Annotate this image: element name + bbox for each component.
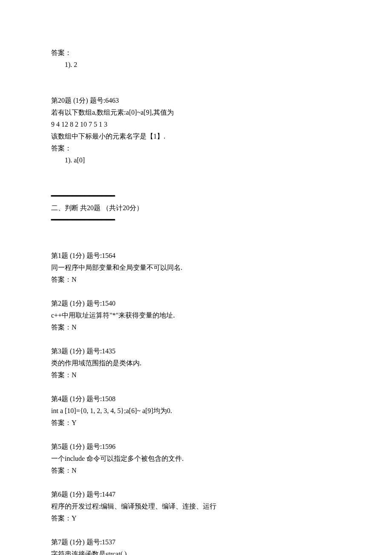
divider-line: ━━━━━━━━━━━━━━━ <box>51 214 341 226</box>
judge-1-block: 第1题 (1分) 题号:1564 同一程序中局部变量和全局变量不可以同名. 答案… <box>51 250 341 286</box>
question-header: 第3题 (1分) 题号:1435 <box>51 345 341 357</box>
answer-line: 答案：Y <box>51 417 341 429</box>
answer-line: 答案：Y <box>51 512 341 524</box>
answer-line: 答案：N <box>51 321 341 333</box>
question-19-answer-block: 答案： 1). 2 <box>51 47 341 71</box>
question-text: 程序的开发过程:编辑、编译预处理、编译、连接、运行 <box>51 500 341 512</box>
judge-3-block: 第3题 (1分) 题号:1435 类的作用域范围指的是类体内. 答案：N <box>51 345 341 381</box>
question-20-block: 第20题 (1分) 题号:6463 若有以下数组a,数组元素:a[0]~a[9]… <box>51 95 341 166</box>
answer-value: 1). a[0] <box>51 154 341 166</box>
question-header: 第4题 (1分) 题号:1508 <box>51 393 341 405</box>
judge-5-block: 第5题 (1分) 题号:1596 一个include 命令可以指定多个被包含的文… <box>51 441 341 477</box>
question-header: 第5题 (1分) 题号:1596 <box>51 441 341 453</box>
question-header: 第6题 (1分) 题号:1447 <box>51 489 341 500</box>
document-page: 答案： 1). 2 第20题 (1分) 题号:6463 若有以下数组a,数组元素… <box>0 0 392 555</box>
answer-label: 答案： <box>51 142 341 154</box>
question-text: 同一程序中局部变量和全局变量不可以同名. <box>51 262 341 274</box>
section-title: 二、判断 共20题 （共计20分） <box>51 202 341 214</box>
judge-2-block: 第2题 (1分) 题号:1540 c++中用取址运算符"*"来获得变量的地址. … <box>51 298 341 333</box>
judge-6-block: 第6题 (1分) 题号:1447 程序的开发过程:编辑、编译预处理、编译、连接、… <box>51 489 341 524</box>
question-header: 第20题 (1分) 题号:6463 <box>51 95 341 107</box>
question-header: 第1题 (1分) 题号:1564 <box>51 250 341 262</box>
question-text: 一个include 命令可以指定多个被包含的文件. <box>51 453 341 465</box>
question-header: 第2题 (1分) 题号:1540 <box>51 298 341 309</box>
answer-line: 答案：N <box>51 369 341 381</box>
judge-4-block: 第4题 (1分) 题号:1508 int a [10]={0, 1, 2, 3,… <box>51 393 341 429</box>
question-text: 字符串连接函数是strcat( ) <box>51 548 341 555</box>
section-2-header: ━━━━━━━━━━━━━━━ 二、判断 共20题 （共计20分） ━━━━━━… <box>51 190 341 226</box>
answer-line: 答案：N <box>51 274 341 286</box>
question-text: int a [10]={0, 1, 2, 3, 4, 5};a[6]~ a[9]… <box>51 405 341 417</box>
answer-value: 1). 2 <box>51 59 341 71</box>
question-text: 类的作用域范围指的是类体内. <box>51 357 341 369</box>
question-line: 该数组中下标最小的元素名字是【1】. <box>51 130 341 142</box>
question-text: c++中用取址运算符"*"来获得变量的地址. <box>51 309 341 321</box>
question-line: 若有以下数组a,数组元素:a[0]~a[9],其值为 <box>51 107 341 119</box>
question-line: 9 4 12 8 2 10 7 5 1 3 <box>51 119 341 130</box>
answer-label: 答案： <box>51 47 341 59</box>
divider-line: ━━━━━━━━━━━━━━━ <box>51 190 341 202</box>
question-header: 第7题 (1分) 题号:1537 <box>51 536 341 548</box>
answer-line: 答案：N <box>51 465 341 477</box>
judge-7-block: 第7题 (1分) 题号:1537 字符串连接函数是strcat( ) 答案：Y <box>51 536 341 555</box>
